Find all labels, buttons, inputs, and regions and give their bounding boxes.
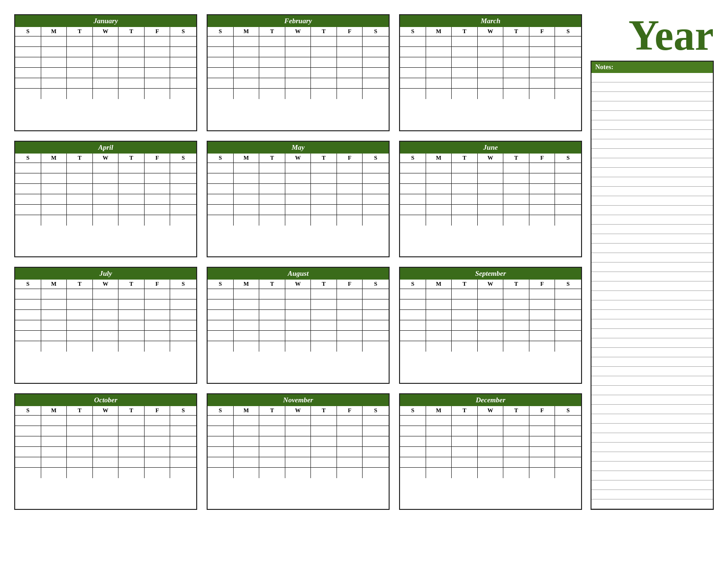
cal-cell	[503, 205, 529, 215]
cal-cell	[400, 447, 426, 457]
cal-cell	[208, 299, 234, 310]
cal-cell	[400, 320, 426, 331]
notes-line	[592, 395, 713, 405]
day-header-cell: W	[285, 280, 311, 289]
cal-cell	[555, 416, 581, 426]
day-header-cell: M	[426, 27, 452, 36]
notes-line	[592, 338, 713, 348]
month-header-november: November	[208, 394, 389, 406]
cal-cell	[400, 310, 426, 320]
cal-cell	[67, 468, 93, 478]
day-header-cell: T	[503, 27, 529, 36]
cal-cell	[259, 457, 285, 468]
notes-line	[592, 291, 713, 300]
cal-cell	[93, 173, 119, 184]
cal-cell	[93, 36, 119, 47]
cal-cell	[67, 310, 93, 320]
cal-cell	[208, 416, 234, 426]
cal-cell	[41, 289, 67, 299]
cal-cell	[452, 310, 478, 320]
month-calendar-april: AprilSMTWTFS	[14, 141, 197, 258]
cal-cell	[555, 468, 581, 478]
notes-line	[592, 462, 713, 471]
cal-cell	[400, 68, 426, 78]
cal-cell	[529, 436, 555, 447]
notes-line	[592, 433, 713, 443]
cal-cell	[311, 36, 337, 47]
cal-cell	[426, 47, 452, 57]
cal-cell	[452, 173, 478, 184]
notes-line	[592, 300, 713, 310]
cal-cell	[234, 68, 260, 78]
cal-cell	[426, 205, 452, 215]
cal-cell	[555, 173, 581, 184]
cal-cell	[478, 447, 504, 457]
cal-cell	[145, 331, 171, 341]
cal-cell	[208, 215, 234, 226]
cal-cell	[208, 184, 234, 194]
cal-cell	[208, 331, 234, 341]
day-header-cell: S	[15, 280, 41, 289]
day-header-cell: T	[503, 406, 529, 415]
cal-cell	[503, 416, 529, 426]
day-header-cell: F	[145, 27, 171, 36]
day-header-cell: F	[145, 280, 171, 289]
cal-cell	[452, 78, 478, 89]
cal-cell	[452, 184, 478, 194]
cal-cell	[234, 436, 260, 447]
cal-cell	[259, 310, 285, 320]
cal-cell	[118, 36, 145, 47]
cal-cell	[478, 36, 504, 47]
cal-cell	[170, 57, 196, 68]
cal-cell	[478, 89, 504, 99]
cal-cell	[170, 341, 196, 352]
cal-cell	[400, 47, 426, 57]
cal-cell	[311, 468, 337, 478]
cal-cell	[426, 289, 452, 299]
cal-cell	[93, 426, 119, 436]
notes-line	[592, 187, 713, 196]
cal-cell	[285, 289, 311, 299]
day-header-cell: S	[208, 154, 234, 163]
cal-cell	[145, 320, 171, 331]
day-header-cell: W	[285, 27, 311, 36]
month-header-august: August	[208, 268, 389, 280]
cal-cell	[426, 331, 452, 341]
day-header-cell: T	[452, 154, 478, 163]
cal-cell	[170, 299, 196, 310]
cal-cell	[259, 47, 285, 57]
cal-cell	[555, 215, 581, 226]
month-calendar-july: JulySMTWTFS	[14, 267, 197, 384]
month-calendar-december: DecemberSMTWTFS	[399, 393, 582, 510]
cal-cell	[118, 416, 145, 426]
cal-cell	[285, 416, 311, 426]
cal-cell	[555, 194, 581, 205]
cal-cell	[478, 57, 504, 68]
month-header-january: January	[15, 15, 196, 27]
cal-cell	[118, 173, 145, 184]
cal-cell	[311, 447, 337, 457]
day-header-cell: T	[118, 27, 145, 36]
cal-cell	[452, 57, 478, 68]
cal-cell	[555, 47, 581, 57]
cal-cell	[15, 194, 41, 205]
day-header-cell: S	[555, 280, 581, 289]
day-header-cell: T	[259, 406, 285, 415]
cal-cell	[363, 47, 389, 57]
cal-cell	[337, 194, 363, 205]
cal-cell	[363, 447, 389, 457]
cal-cell	[259, 194, 285, 205]
calendar-grid	[400, 289, 581, 352]
cal-cell	[452, 47, 478, 57]
cal-cell	[478, 173, 504, 184]
calendar-grid	[208, 416, 389, 478]
cal-cell	[93, 78, 119, 89]
cal-cell	[503, 89, 529, 99]
cal-cell	[529, 47, 555, 57]
cal-cell	[208, 457, 234, 468]
cal-cell	[285, 57, 311, 68]
cal-cell	[337, 416, 363, 426]
cal-cell	[93, 184, 119, 194]
month-calendar-january: JanuarySMTWTFS	[14, 14, 197, 131]
cal-cell	[363, 57, 389, 68]
